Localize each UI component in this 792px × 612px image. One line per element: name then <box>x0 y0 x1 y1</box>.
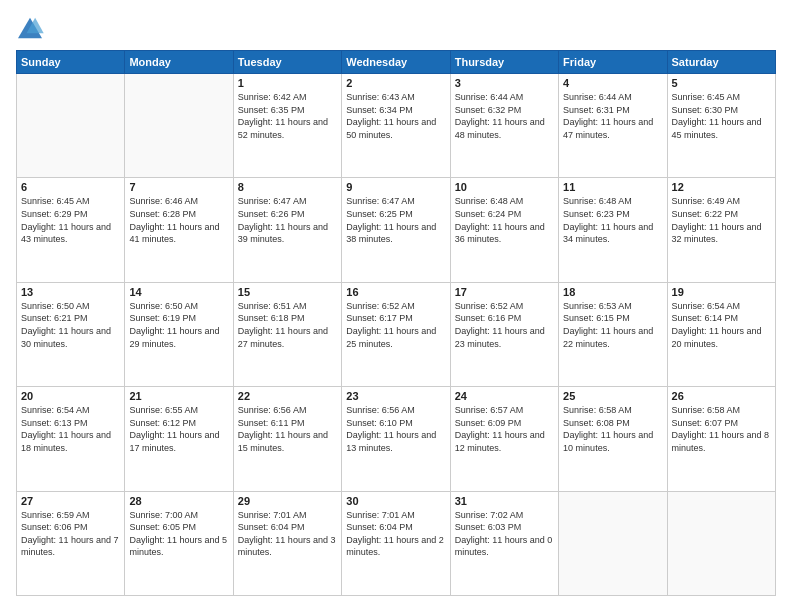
day-number: 23 <box>346 390 445 402</box>
day-info: Sunrise: 6:45 AMSunset: 6:30 PMDaylight:… <box>672 91 771 141</box>
day-info: Sunrise: 6:46 AMSunset: 6:28 PMDaylight:… <box>129 195 228 245</box>
calendar-cell: 3Sunrise: 6:44 AMSunset: 6:32 PMDaylight… <box>450 74 558 178</box>
calendar-week-row: 1Sunrise: 6:42 AMSunset: 6:35 PMDaylight… <box>17 74 776 178</box>
day-info: Sunrise: 6:59 AMSunset: 6:06 PMDaylight:… <box>21 509 120 559</box>
calendar-cell: 18Sunrise: 6:53 AMSunset: 6:15 PMDayligh… <box>559 282 667 386</box>
day-number: 19 <box>672 286 771 298</box>
calendar-cell <box>667 491 775 595</box>
calendar-cell: 21Sunrise: 6:55 AMSunset: 6:12 PMDayligh… <box>125 387 233 491</box>
calendar-cell: 20Sunrise: 6:54 AMSunset: 6:13 PMDayligh… <box>17 387 125 491</box>
calendar-week-row: 13Sunrise: 6:50 AMSunset: 6:21 PMDayligh… <box>17 282 776 386</box>
day-info: Sunrise: 6:48 AMSunset: 6:23 PMDaylight:… <box>563 195 662 245</box>
day-info: Sunrise: 6:54 AMSunset: 6:13 PMDaylight:… <box>21 404 120 454</box>
calendar-cell: 1Sunrise: 6:42 AMSunset: 6:35 PMDaylight… <box>233 74 341 178</box>
header <box>16 16 776 40</box>
day-number: 28 <box>129 495 228 507</box>
calendar-cell: 9Sunrise: 6:47 AMSunset: 6:25 PMDaylight… <box>342 178 450 282</box>
day-info: Sunrise: 6:55 AMSunset: 6:12 PMDaylight:… <box>129 404 228 454</box>
day-info: Sunrise: 6:43 AMSunset: 6:34 PMDaylight:… <box>346 91 445 141</box>
calendar-cell: 24Sunrise: 6:57 AMSunset: 6:09 PMDayligh… <box>450 387 558 491</box>
calendar-cell: 30Sunrise: 7:01 AMSunset: 6:04 PMDayligh… <box>342 491 450 595</box>
day-header-wednesday: Wednesday <box>342 51 450 74</box>
calendar-cell: 4Sunrise: 6:44 AMSunset: 6:31 PMDaylight… <box>559 74 667 178</box>
calendar-cell <box>17 74 125 178</box>
calendar-cell: 16Sunrise: 6:52 AMSunset: 6:17 PMDayligh… <box>342 282 450 386</box>
calendar-week-row: 6Sunrise: 6:45 AMSunset: 6:29 PMDaylight… <box>17 178 776 282</box>
day-header-friday: Friday <box>559 51 667 74</box>
day-number: 9 <box>346 181 445 193</box>
calendar-header-row: SundayMondayTuesdayWednesdayThursdayFrid… <box>17 51 776 74</box>
day-number: 12 <box>672 181 771 193</box>
day-info: Sunrise: 6:45 AMSunset: 6:29 PMDaylight:… <box>21 195 120 245</box>
day-info: Sunrise: 7:01 AMSunset: 6:04 PMDaylight:… <box>346 509 445 559</box>
day-info: Sunrise: 6:44 AMSunset: 6:32 PMDaylight:… <box>455 91 554 141</box>
day-number: 4 <box>563 77 662 89</box>
day-number: 7 <box>129 181 228 193</box>
day-number: 5 <box>672 77 771 89</box>
day-info: Sunrise: 6:52 AMSunset: 6:17 PMDaylight:… <box>346 300 445 350</box>
calendar-cell: 11Sunrise: 6:48 AMSunset: 6:23 PMDayligh… <box>559 178 667 282</box>
day-number: 27 <box>21 495 120 507</box>
calendar-cell: 19Sunrise: 6:54 AMSunset: 6:14 PMDayligh… <box>667 282 775 386</box>
day-number: 2 <box>346 77 445 89</box>
day-info: Sunrise: 6:42 AMSunset: 6:35 PMDaylight:… <box>238 91 337 141</box>
day-number: 10 <box>455 181 554 193</box>
page: SundayMondayTuesdayWednesdayThursdayFrid… <box>0 0 792 612</box>
day-header-tuesday: Tuesday <box>233 51 341 74</box>
calendar-cell: 23Sunrise: 6:56 AMSunset: 6:10 PMDayligh… <box>342 387 450 491</box>
calendar-week-row: 20Sunrise: 6:54 AMSunset: 6:13 PMDayligh… <box>17 387 776 491</box>
day-number: 22 <box>238 390 337 402</box>
day-header-saturday: Saturday <box>667 51 775 74</box>
day-info: Sunrise: 6:50 AMSunset: 6:21 PMDaylight:… <box>21 300 120 350</box>
day-info: Sunrise: 6:56 AMSunset: 6:11 PMDaylight:… <box>238 404 337 454</box>
day-number: 29 <box>238 495 337 507</box>
day-header-thursday: Thursday <box>450 51 558 74</box>
day-number: 3 <box>455 77 554 89</box>
calendar-cell: 10Sunrise: 6:48 AMSunset: 6:24 PMDayligh… <box>450 178 558 282</box>
day-number: 16 <box>346 286 445 298</box>
calendar-cell: 7Sunrise: 6:46 AMSunset: 6:28 PMDaylight… <box>125 178 233 282</box>
day-header-sunday: Sunday <box>17 51 125 74</box>
calendar-table: SundayMondayTuesdayWednesdayThursdayFrid… <box>16 50 776 596</box>
calendar-cell <box>559 491 667 595</box>
day-info: Sunrise: 7:02 AMSunset: 6:03 PMDaylight:… <box>455 509 554 559</box>
day-info: Sunrise: 7:00 AMSunset: 6:05 PMDaylight:… <box>129 509 228 559</box>
day-number: 1 <box>238 77 337 89</box>
calendar-cell: 12Sunrise: 6:49 AMSunset: 6:22 PMDayligh… <box>667 178 775 282</box>
day-info: Sunrise: 6:47 AMSunset: 6:26 PMDaylight:… <box>238 195 337 245</box>
day-number: 11 <box>563 181 662 193</box>
day-info: Sunrise: 6:47 AMSunset: 6:25 PMDaylight:… <box>346 195 445 245</box>
day-number: 6 <box>21 181 120 193</box>
day-info: Sunrise: 6:53 AMSunset: 6:15 PMDaylight:… <box>563 300 662 350</box>
calendar-cell: 26Sunrise: 6:58 AMSunset: 6:07 PMDayligh… <box>667 387 775 491</box>
day-number: 8 <box>238 181 337 193</box>
day-info: Sunrise: 6:54 AMSunset: 6:14 PMDaylight:… <box>672 300 771 350</box>
calendar-cell: 29Sunrise: 7:01 AMSunset: 6:04 PMDayligh… <box>233 491 341 595</box>
day-number: 24 <box>455 390 554 402</box>
calendar-cell: 14Sunrise: 6:50 AMSunset: 6:19 PMDayligh… <box>125 282 233 386</box>
day-number: 18 <box>563 286 662 298</box>
day-number: 26 <box>672 390 771 402</box>
day-info: Sunrise: 6:52 AMSunset: 6:16 PMDaylight:… <box>455 300 554 350</box>
day-info: Sunrise: 6:58 AMSunset: 6:07 PMDaylight:… <box>672 404 771 454</box>
calendar-cell: 13Sunrise: 6:50 AMSunset: 6:21 PMDayligh… <box>17 282 125 386</box>
day-info: Sunrise: 6:51 AMSunset: 6:18 PMDaylight:… <box>238 300 337 350</box>
day-number: 14 <box>129 286 228 298</box>
logo-icon <box>16 16 44 40</box>
day-number: 15 <box>238 286 337 298</box>
calendar-cell: 31Sunrise: 7:02 AMSunset: 6:03 PMDayligh… <box>450 491 558 595</box>
day-number: 31 <box>455 495 554 507</box>
calendar-cell: 8Sunrise: 6:47 AMSunset: 6:26 PMDaylight… <box>233 178 341 282</box>
day-info: Sunrise: 6:44 AMSunset: 6:31 PMDaylight:… <box>563 91 662 141</box>
day-info: Sunrise: 6:58 AMSunset: 6:08 PMDaylight:… <box>563 404 662 454</box>
day-number: 21 <box>129 390 228 402</box>
calendar-cell <box>125 74 233 178</box>
calendar-cell: 28Sunrise: 7:00 AMSunset: 6:05 PMDayligh… <box>125 491 233 595</box>
calendar-cell: 6Sunrise: 6:45 AMSunset: 6:29 PMDaylight… <box>17 178 125 282</box>
day-info: Sunrise: 6:57 AMSunset: 6:09 PMDaylight:… <box>455 404 554 454</box>
calendar-cell: 25Sunrise: 6:58 AMSunset: 6:08 PMDayligh… <box>559 387 667 491</box>
day-number: 17 <box>455 286 554 298</box>
day-header-monday: Monday <box>125 51 233 74</box>
day-info: Sunrise: 6:48 AMSunset: 6:24 PMDaylight:… <box>455 195 554 245</box>
logo <box>16 16 48 40</box>
